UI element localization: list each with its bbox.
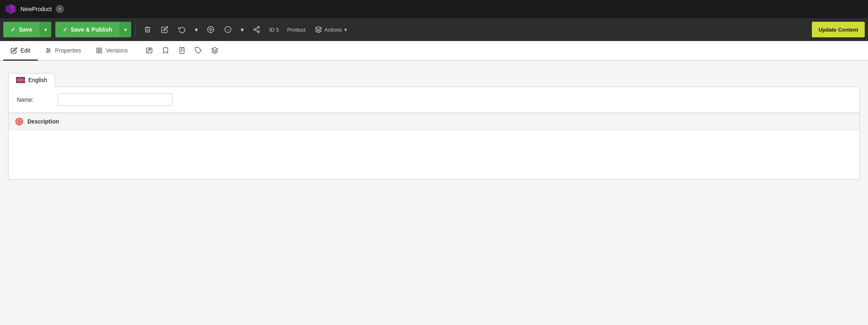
versions-tab-icon <box>96 47 102 54</box>
save-dropdown-button[interactable]: ▾ <box>40 22 51 37</box>
refresh-button[interactable] <box>174 22 190 37</box>
content-area: English Name: Description <box>0 61 868 325</box>
svg-point-15 <box>257 31 259 33</box>
tab-versions[interactable]: Versions <box>89 41 135 61</box>
tab-properties-label: Properties <box>55 47 81 54</box>
refresh-dropdown-button[interactable]: ▾ <box>191 22 201 37</box>
check-icon: ✓ <box>11 26 16 33</box>
chevron-icon-2: ▾ <box>241 26 244 34</box>
description-body[interactable] <box>9 130 859 179</box>
save-publish-label: Save & Publish <box>71 26 112 33</box>
name-row: Name: <box>9 87 859 113</box>
svg-point-22 <box>49 50 50 51</box>
share-icon <box>253 26 260 33</box>
chevron-icon: ▾ <box>195 26 198 34</box>
app-logo-icon <box>5 3 16 15</box>
language-tab-english[interactable]: English <box>8 73 55 87</box>
save-button-group: ✓ Save ▾ <box>3 22 51 37</box>
refresh-icon <box>178 26 186 33</box>
update-content-button[interactable]: Update Content <box>812 22 865 37</box>
description-target-icon <box>15 117 23 126</box>
info-button[interactable] <box>220 22 236 37</box>
svg-line-17 <box>255 28 257 29</box>
svg-rect-27 <box>100 51 102 53</box>
save-publish-button-group: ✓ Save & Publish ▾ <box>55 22 131 37</box>
tab-versions-label: Versions <box>106 47 128 54</box>
chevron-down-icon: ▾ <box>44 27 47 33</box>
locate-button[interactable] <box>203 22 218 37</box>
product-label: Product <box>284 27 309 33</box>
language-tabs: English <box>8 73 860 87</box>
actions-label: Actions <box>325 27 342 33</box>
edit-tab-icon <box>11 47 17 54</box>
delete-button[interactable] <box>140 22 155 37</box>
svg-point-23 <box>47 51 48 53</box>
task-button[interactable] <box>142 43 157 58</box>
bookmark-button[interactable] <box>158 43 173 58</box>
svg-point-14 <box>254 29 256 31</box>
svg-rect-24 <box>97 48 99 50</box>
main-toolbar: ✓ Save ▾ ✓ Save & Publish ▾ <box>0 18 868 41</box>
pencil-icon <box>161 26 168 33</box>
tab-properties[interactable]: Properties <box>38 41 89 61</box>
window-title: NewProduct <box>20 6 52 12</box>
delete-icon <box>144 26 151 33</box>
route-sec-button[interactable] <box>207 43 222 58</box>
target-icon <box>207 26 214 33</box>
schedule-button[interactable] <box>175 43 189 58</box>
svg-rect-26 <box>97 51 99 53</box>
svg-point-21 <box>47 48 48 49</box>
svg-line-16 <box>255 30 257 31</box>
secondary-icons <box>142 41 222 60</box>
info-dropdown-button[interactable]: ▾ <box>237 22 247 37</box>
description-header: Description <box>9 113 859 130</box>
chevron-down-icon-2: ▾ <box>124 27 127 33</box>
actions-chevron-icon: ▾ <box>344 27 347 33</box>
svg-rect-25 <box>100 48 102 50</box>
save-publish-dropdown-button[interactable]: ▾ <box>120 22 131 37</box>
svg-point-39 <box>18 121 20 122</box>
name-label: Name: <box>17 96 58 103</box>
language-label: English <box>28 77 47 83</box>
tab-edit-label: Edit <box>20 47 30 54</box>
svg-point-13 <box>257 27 259 29</box>
actions-button[interactable]: Actions ▾ <box>311 22 352 37</box>
name-input[interactable] <box>58 94 173 106</box>
info-icon <box>224 26 232 33</box>
form-area: Name: <box>8 87 860 113</box>
close-window-button[interactable]: × <box>56 5 64 13</box>
schedule-icon <box>178 47 186 54</box>
tag-button[interactable] <box>191 43 206 58</box>
description-title: Description <box>27 118 59 125</box>
check-icon-2: ✓ <box>63 26 68 33</box>
tab-edit[interactable]: Edit <box>3 41 38 61</box>
svg-point-5 <box>210 29 212 31</box>
route-sec-icon <box>211 47 218 54</box>
tag-icon <box>195 47 202 54</box>
route-icon <box>315 26 322 33</box>
share-button[interactable] <box>249 22 264 37</box>
save-button[interactable]: ✓ Save <box>3 22 40 37</box>
properties-tab-icon <box>45 47 52 54</box>
task-icon <box>145 47 153 54</box>
description-section: Description <box>8 113 860 180</box>
save-publish-button[interactable]: ✓ Save & Publish <box>55 22 120 37</box>
secondary-toolbar: Edit Properties Versions <box>0 41 868 61</box>
id-label: ID 5 <box>266 27 282 33</box>
bookmark-icon <box>162 47 169 54</box>
save-label: Save <box>19 26 32 33</box>
edit-button[interactable] <box>157 22 173 37</box>
toolbar-separator-1 <box>135 23 136 36</box>
uk-flag-icon <box>16 77 25 83</box>
title-bar: NewProduct × <box>0 0 868 18</box>
